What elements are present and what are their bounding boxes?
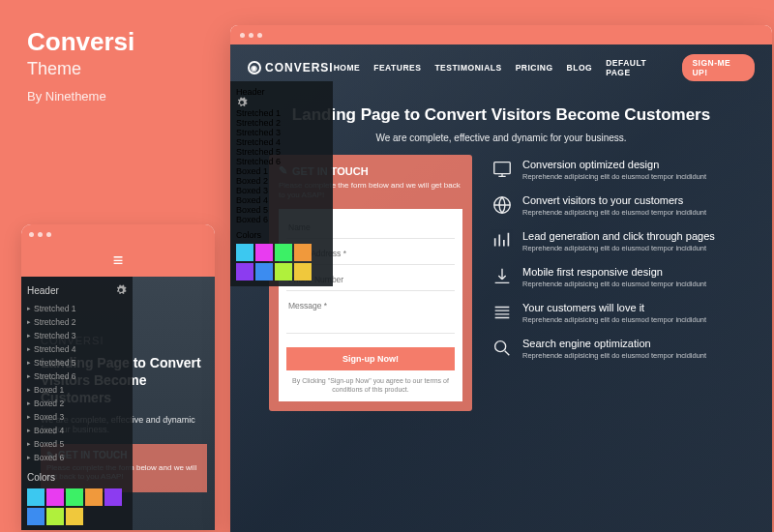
gear-icon[interactable] [115,284,127,296]
layout-option[interactable]: Boxed 5 [236,205,327,215]
layout-option[interactable]: Boxed 6 [236,215,327,224]
layout-option[interactable]: Stretched 4 [236,137,327,147]
feature-icon [491,159,513,180]
product-name: Conversi [27,27,134,57]
product-title-block: Conversi Theme By Ninetheme [27,27,134,103]
layout-option[interactable]: Stretched 2 [27,315,127,329]
layout-option[interactable]: Stretched 6 [236,157,327,166]
nav-links: HOMEFEATURESTESTIMONIALSPRICINGBLOGDEFAU… [334,54,755,81]
svg-rect-0 [494,163,511,174]
layout-option[interactable]: Boxed 5 [27,437,127,451]
feature-icon [491,230,513,251]
layout-option[interactable]: Stretched 3 [236,128,327,137]
color-swatch[interactable] [46,508,64,525]
color-swatch[interactable] [275,244,292,261]
color-swatch[interactable] [66,488,83,506]
color-swatch[interactable] [27,488,45,506]
feature-item: Conversion optimized designReprehende ad… [491,159,733,181]
layout-option[interactable]: Boxed 6 [27,451,127,464]
layout-option[interactable]: Stretched 1 [27,302,127,315]
product-subtitle: Theme [27,59,134,79]
layout-option[interactable]: Boxed 3 [27,410,127,424]
hamburger-icon: ≡ [113,251,124,271]
color-swatch[interactable] [104,488,122,506]
nav-link[interactable]: PRICING [516,63,553,73]
layout-option[interactable]: Boxed 4 [27,424,127,437]
mobile-style-panel: Header Stretched 1Stretched 2Stretched 3… [21,277,133,530]
nav-link[interactable]: HOME [334,63,361,73]
nav-link[interactable]: DEFAULT PAGE [606,58,669,77]
layout-option[interactable]: Stretched 6 [27,369,127,383]
product-author: By Ninetheme [27,89,134,103]
signup-button[interactable]: Sign-up Now! [286,347,455,370]
mobile-preview-frame: ≡ Header Stretched 1Stretched 2Stretched… [21,224,215,530]
feature-desc: Reprehende adipisicing elit do eiusmod t… [522,280,706,288]
message-field[interactable] [286,295,455,334]
header-layout-list: Stretched 1Stretched 2Stretched 3Stretch… [236,108,327,224]
mobile-browser-bar [21,224,215,244]
desktop-content: ◉ CONVERSI HOMEFEATURESTESTIMONIALSPRICI… [230,44,772,532]
features-list: Conversion optimized designReprehende ad… [491,155,733,411]
color-swatch[interactable] [294,263,312,281]
color-swatch[interactable] [255,244,273,261]
desktop-style-panel: Header Stretched 1Stretched 2Stretched 3… [230,81,333,286]
color-swatch[interactable] [255,263,273,281]
mobile-hamburger-bar[interactable]: ≡ [21,244,215,277]
feature-title: Your customers will love it [522,302,706,313]
feature-title: Lead generation and click through pages [522,230,715,242]
layout-option[interactable]: Stretched 3 [27,329,127,342]
colors-label: Colors [27,472,55,483]
layout-option[interactable]: Boxed 2 [27,397,127,410]
layout-option[interactable]: Boxed 1 [236,166,327,176]
color-swatch[interactable] [236,263,253,281]
color-swatch[interactable] [294,244,312,261]
feature-item: Mobile first responsive designReprehende… [491,266,733,288]
nav-link[interactable]: TESTIMONIALS [434,63,501,73]
feature-title: Mobile first responsive design [522,266,706,278]
color-swatch[interactable] [275,263,292,281]
layout-option[interactable]: Stretched 5 [27,356,127,369]
layout-option[interactable]: Boxed 4 [236,195,327,205]
color-swatch[interactable] [236,244,253,261]
svg-point-2 [495,341,506,352]
desktop-browser-bar [230,25,772,44]
colors-label: Colors [236,230,261,240]
feature-icon [491,302,513,323]
header-layout-list: Stretched 1Stretched 2Stretched 3Stretch… [27,302,127,464]
feature-icon [491,266,513,287]
color-swatches [236,244,327,281]
feature-icon [491,338,513,359]
feature-desc: Reprehende adipisicing elit do eiusmod t… [522,244,715,252]
layout-option[interactable]: Boxed 1 [27,383,127,397]
style-panel-header: Header [236,87,265,97]
color-swatch[interactable] [27,508,45,525]
layout-option[interactable]: Stretched 1 [236,108,327,118]
feature-desc: Reprehende adipisicing elit do eiusmod t… [522,172,706,181]
layout-option[interactable]: Boxed 2 [236,176,327,186]
color-swatch[interactable] [46,488,64,506]
desktop-logo[interactable]: ◉ CONVERSI [248,61,334,74]
nav-link[interactable]: BLOG [567,63,593,73]
feature-icon [491,194,513,216]
layout-option[interactable]: Stretched 2 [236,118,327,128]
color-swatch[interactable] [85,488,103,506]
layout-option[interactable]: Boxed 3 [236,186,327,195]
desktop-preview-frame: ◉ CONVERSI HOMEFEATURESTESTIMONIALSPRICI… [230,25,772,532]
nav-link[interactable]: FEATURES [373,63,421,73]
layout-option[interactable]: Stretched 4 [27,342,127,356]
feature-item: Search engine optimizationReprehende adi… [491,338,733,360]
feature-title: Search engine optimization [522,338,706,349]
feature-item: Convert visitors to your customersRepreh… [491,194,733,217]
color-swatch[interactable] [66,508,83,525]
style-panel-header: Header [27,285,59,296]
gear-icon[interactable] [236,97,327,108]
feature-desc: Reprehende adipisicing elit do eiusmod t… [522,315,706,324]
layout-option[interactable]: Stretched 5 [236,147,327,157]
mobile-content: Header Stretched 1Stretched 2Stretched 3… [21,277,215,530]
feature-title: Convert visitors to your customers [522,194,706,206]
feature-item: Your customers will love itReprehende ad… [491,302,733,324]
feature-item: Lead generation and click through pagesR… [491,230,733,252]
form-disclaimer: By Clicking "Sign-up Now" you agree to o… [286,376,455,394]
signup-pill[interactable]: SIGN-ME UP! [682,54,755,81]
feature-desc: Reprehende adipisicing elit do eiusmod t… [522,208,706,217]
